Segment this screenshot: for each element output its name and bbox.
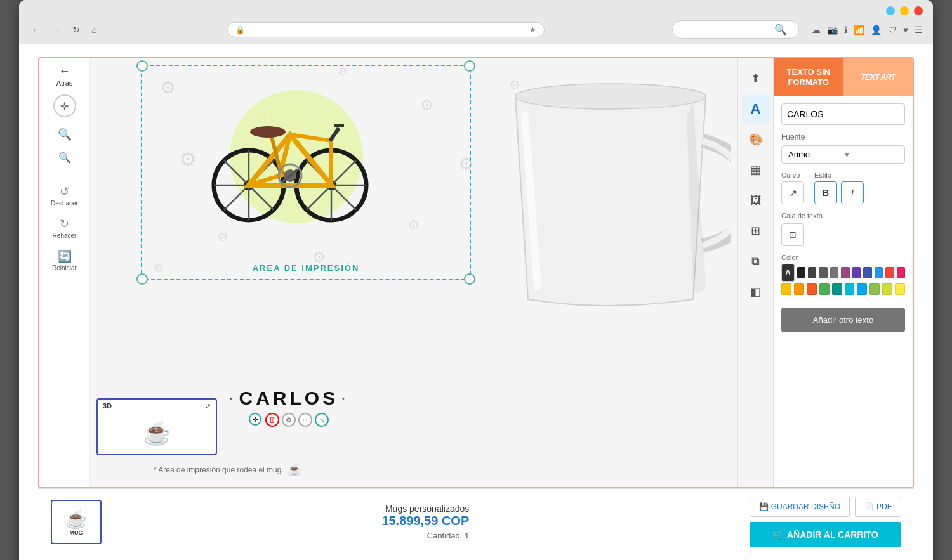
curvo-label: Curvo	[781, 171, 804, 179]
color-swatch-black[interactable]	[797, 267, 805, 278]
text-art-button[interactable]: TEXT ART	[843, 58, 913, 96]
undo-button[interactable]: ↺ Deshacer	[48, 182, 81, 209]
back-button[interactable]: ←	[29, 23, 43, 36]
thumbnail-panel[interactable]: 3D ⤢ ☕	[96, 398, 217, 455]
color-swatch-cyan[interactable]	[845, 283, 855, 295]
color-swatch-deeporange[interactable]	[807, 283, 817, 295]
cart-icon: 🛒	[772, 530, 783, 540]
color-swatch-orange[interactable]	[794, 283, 804, 295]
add-to-cart-button[interactable]: 🛒 AÑADIR AL CARRITO	[750, 522, 901, 547]
heart-icon[interactable]: ♥	[903, 25, 908, 35]
text-icon: A	[751, 101, 761, 117]
fuente-label: Fuente	[781, 133, 905, 141]
home-button[interactable]: ⌂	[89, 23, 99, 36]
italic-button[interactable]: I	[841, 181, 864, 204]
chrome-bar: ← → ↻ ⌂ 🔒 ★ 🔍 ☁ 📷 ℹ 📶 👤 🛡 ♥ ☰	[29, 20, 923, 39]
carlos-text-container[interactable]: • CARLOS • ✛ 🗑 ⚙ ↔	[230, 387, 348, 427]
save-icon: 💾	[759, 502, 769, 511]
template-toolbar-button[interactable]: ▦	[742, 156, 770, 184]
menu-icon[interactable]: ☰	[915, 25, 923, 35]
info-icon[interactable]: ℹ	[844, 25, 847, 35]
carlos-word: CARLOS	[239, 387, 339, 409]
thumbnail-expand-icon[interactable]: ⤢	[205, 402, 211, 410]
add-text-button[interactable]: Añadir otro texto	[781, 308, 905, 332]
save-design-button[interactable]: 💾 GUARDAR DISEÑO	[750, 497, 850, 517]
handle-top-right[interactable]	[464, 60, 475, 72]
price-section: Mugs personalizados 15.899,59 COP Cantid…	[381, 504, 469, 540]
estilo-section: Estilo B I	[814, 171, 864, 204]
move-icon[interactable]: ✛	[53, 94, 76, 117]
mug-product-thumbnail[interactable]: ☕ MUG	[51, 500, 102, 544]
shield-icon[interactable]: 🛡	[888, 25, 897, 35]
color-label: Color	[781, 254, 905, 261]
color-swatch-lightgreen[interactable]	[869, 283, 880, 295]
camera-icon[interactable]: 📷	[827, 25, 838, 35]
bold-button[interactable]: B	[814, 181, 837, 204]
user-icon[interactable]: 👤	[871, 25, 882, 35]
color-swatch-red[interactable]	[885, 267, 894, 278]
font-select[interactable]: Arimo ▼	[781, 145, 905, 164]
text-input[interactable]	[781, 103, 905, 125]
search-box[interactable]: 🔍	[672, 20, 799, 39]
color-swatch-teal[interactable]	[832, 283, 842, 295]
move-element-button[interactable]: ↔	[298, 413, 312, 427]
traffic-lights	[886, 6, 923, 15]
handle-top-left[interactable]	[136, 60, 148, 72]
traffic-light-yellow[interactable]	[900, 6, 909, 15]
textbox-section: ⊡	[781, 223, 905, 246]
delete-element-button[interactable]: 🗑	[265, 413, 279, 427]
handle-bottom-right[interactable]	[464, 273, 475, 285]
color-swatch-blue[interactable]	[875, 267, 883, 278]
pdf-button[interactable]: 📄 PDF	[855, 497, 901, 517]
estilo-label: Estilo	[814, 171, 864, 179]
impresion-label: AREA DE IMPRESIÓN	[253, 263, 360, 273]
mug-svg	[490, 65, 731, 312]
color-a-badge[interactable]: A	[781, 264, 795, 282]
color-swatch-violet[interactable]	[852, 267, 861, 278]
search-input[interactable]	[680, 25, 769, 34]
upload-toolbar-button[interactable]: ⬆	[742, 65, 770, 93]
color-swatch-pink[interactable]	[897, 267, 905, 278]
undo-icon: ↺	[60, 185, 69, 199]
color-toolbar-button[interactable]: 🎨	[742, 126, 770, 153]
resize-element-button[interactable]: ⤡	[315, 413, 329, 427]
reset-button[interactable]: 🔄 Reiniciar	[50, 247, 79, 274]
cloud-icon[interactable]: ☁	[812, 25, 821, 35]
copy-toolbar-button[interactable]: ⧉	[742, 247, 770, 275]
color-swatch-lime[interactable]	[882, 283, 892, 295]
handle-bottom-left[interactable]	[136, 273, 148, 285]
text-toolbar-button[interactable]: A	[742, 95, 770, 123]
settings-element-button[interactable]: ⚙	[282, 413, 296, 427]
zoom-out-button[interactable]: 🔍	[56, 149, 74, 166]
curve-button[interactable]: ↗	[781, 181, 804, 204]
color-swatch-gray1[interactable]	[819, 267, 827, 278]
address-bar[interactable]: 🔒 ★	[227, 22, 545, 37]
color-swatch-yellow[interactable]	[895, 283, 905, 295]
traffic-light-red[interactable]	[914, 6, 923, 15]
color-swatch-green[interactable]	[819, 283, 830, 295]
layers-toolbar-button[interactable]: ◧	[742, 278, 770, 306]
forward-button[interactable]: →	[50, 23, 63, 36]
zoom-in-button[interactable]: 🔍	[55, 125, 74, 144]
curve-icon: ↗	[789, 187, 797, 199]
refresh-button[interactable]: ↻	[70, 23, 83, 36]
image-toolbar-button[interactable]: 🖼	[742, 186, 770, 214]
redo-button[interactable]: ↻ Rehacer	[50, 214, 79, 242]
curve-style-section: Curvo ↗ Estilo B I	[781, 171, 905, 204]
traffic-light-blue[interactable]	[886, 6, 895, 15]
dot-right: •	[342, 395, 348, 402]
bike-svg	[198, 77, 376, 230]
textbox-button[interactable]: ⊡	[781, 223, 804, 246]
color-swatch-darkgray[interactable]	[808, 267, 816, 278]
color-swatch-purple[interactable]	[841, 267, 849, 278]
color-a-text: A	[785, 268, 791, 277]
grid-toolbar-button[interactable]: ⊞	[742, 217, 770, 245]
drag-handle-icon[interactable]: ✛	[249, 413, 261, 426]
back-tool-button[interactable]: ← Atrás	[56, 65, 73, 87]
color-swatch-amber[interactable]	[781, 283, 791, 295]
color-swatch-indigo[interactable]	[863, 267, 871, 278]
color-swatch-lightblue[interactable]	[857, 283, 867, 295]
color-swatch-gray2[interactable]	[830, 267, 838, 278]
texto-sin-formato-button[interactable]: TEXTO SIN FORMATO	[774, 58, 843, 96]
wifi-icon[interactable]: 📶	[854, 25, 864, 35]
